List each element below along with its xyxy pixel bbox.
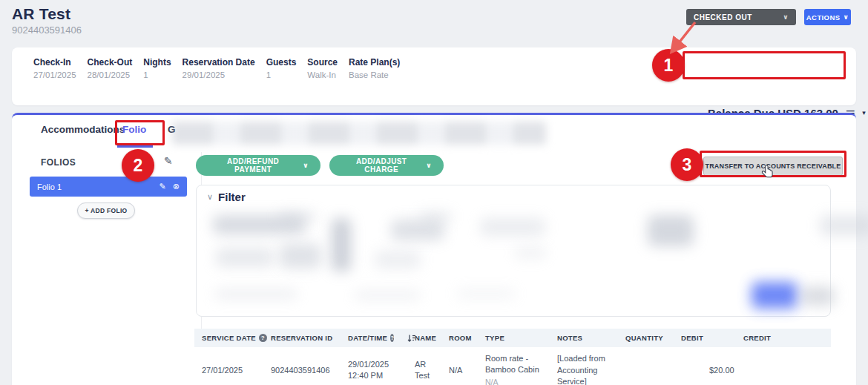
col-room: ROOM xyxy=(449,334,485,342)
redacted-content xyxy=(375,251,421,269)
folios-heading: FOLIOS xyxy=(41,157,76,168)
redacted-content xyxy=(280,243,321,269)
reservation-page: AR Test 9024403591406 CHECKED OUT ∨ ACTI… xyxy=(0,0,868,385)
help-icon[interactable]: ? xyxy=(259,334,267,342)
table-row: 27/01/2025 9024403591406 29/01/2025 12:4… xyxy=(194,347,831,385)
folio-charges-table: SERVICE DATE ? RESERVATION ID DATE/TIME … xyxy=(194,329,831,385)
redacted-content xyxy=(391,220,444,240)
col-date-time: DATE/TIME ? xyxy=(348,334,415,343)
redacted-content xyxy=(354,291,421,300)
actions-label: ACTIONS xyxy=(806,13,841,22)
col-reservation-id: RESERVATION ID xyxy=(271,334,348,342)
col-service-date: SERVICE DATE ? xyxy=(202,334,271,342)
filter-panel: ∨ Filter xyxy=(196,185,831,317)
edit-icon[interactable]: ✎ xyxy=(164,155,173,167)
cell-date-time: 29/01/2025 12:40 PM xyxy=(348,359,415,382)
col-name: NAME xyxy=(415,334,449,342)
summary-field-check-in: Check-In 27/01/2025 xyxy=(33,57,76,79)
summary-field-source: Source Walk-In xyxy=(307,57,338,79)
table-header-row: SERVICE DATE ? RESERVATION ID DATE/TIME … xyxy=(194,329,831,347)
summary-field-check-out: Check-Out 28/01/2025 xyxy=(88,57,133,79)
folio-list-item[interactable]: Folio 1 ✎ ⊗ xyxy=(30,177,187,197)
col-credit: CREDIT xyxy=(743,334,831,342)
redacted-content xyxy=(456,289,516,298)
status-dropdown[interactable]: CHECKED OUT ∨ xyxy=(686,9,796,25)
active-tab-underline xyxy=(117,145,153,148)
folio-name: Folio 1 xyxy=(37,182,62,191)
redacted-tabs-region xyxy=(172,122,546,145)
cell-room: N/A xyxy=(449,365,485,376)
redacted-primary-button xyxy=(752,282,798,309)
chevron-down-icon: ∨ xyxy=(843,13,849,21)
cell-type-sub: N/A xyxy=(485,377,550,385)
filter-toggle[interactable]: ∨ Filter xyxy=(207,191,246,203)
summary-field-rate-plans: Rate Plan(s) Base Rate xyxy=(349,57,400,79)
chevron-down-icon: ∨ xyxy=(783,13,789,21)
cell-name: AR Test xyxy=(415,359,449,382)
redacted-content xyxy=(332,218,351,272)
redacted-content xyxy=(419,212,452,221)
cell-service-date: 27/01/2025 xyxy=(202,365,271,376)
redacted-content xyxy=(216,248,274,267)
status-label: CHECKED OUT xyxy=(694,13,752,22)
help-icon[interactable]: ? xyxy=(390,334,394,342)
tab-folio[interactable]: Folio xyxy=(122,124,146,135)
col-quantity: QUANTITY xyxy=(625,334,681,342)
summary-field-guests: Guests 1 xyxy=(266,57,297,79)
add-refund-payment-button[interactable]: ADD/REFUND PAYMENT ∨ xyxy=(196,155,320,176)
cell-notes: [Loaded from Accounting Service] xyxy=(557,353,625,385)
annotation-step-3: 3 xyxy=(671,148,703,181)
redacted-content xyxy=(514,248,547,258)
cell-reservation-id: 9024403591406 xyxy=(271,365,348,376)
reservation-id-subtitle: 9024403591406 xyxy=(12,24,82,36)
chevron-down-icon: ∨ xyxy=(207,192,213,202)
transfer-to-accounts-receivable-button[interactable]: TRANSFER TO ACCOUNTS RECEIVABLE xyxy=(703,157,843,176)
redacted-content xyxy=(278,212,317,221)
edit-icon[interactable]: ✎ xyxy=(160,182,166,191)
actions-button[interactable]: ACTIONS ∨ xyxy=(804,9,851,25)
tab-accommodations[interactable]: Accommodations xyxy=(41,124,125,135)
add-adjust-charge-button[interactable]: ADD/ADJUST CHARGE ∨ xyxy=(329,155,444,176)
summary-fields: Check-In 27/01/2025 Check-Out 28/01/2025… xyxy=(33,57,400,79)
col-type: TYPE xyxy=(485,334,557,342)
annotation-step-1: 1 xyxy=(652,49,685,82)
summary-field-nights: Nights 1 xyxy=(143,57,171,79)
page-title: AR Test xyxy=(12,5,70,23)
add-folio-button[interactable]: + ADD FOLIO xyxy=(77,203,135,219)
annotation-step-2: 2 xyxy=(122,149,154,182)
col-notes: NOTES xyxy=(557,334,625,342)
redacted-content xyxy=(820,215,868,236)
col-debit: DEBIT xyxy=(681,334,743,342)
redacted-content xyxy=(648,215,694,246)
caret-down-icon: ▾ xyxy=(862,109,866,116)
reservation-summary-card: Check-In 27/01/2025 Check-Out 28/01/2025… xyxy=(12,47,856,105)
redacted-secondary-button xyxy=(800,286,835,306)
filter-title: Filter xyxy=(218,191,246,203)
cell-type: Room rate - Bamboo Cabin N/A xyxy=(485,353,557,385)
chevron-down-icon: ∨ xyxy=(426,162,432,169)
redacted-content xyxy=(214,289,297,299)
redacted-content xyxy=(480,218,545,236)
remove-icon[interactable]: ⊗ xyxy=(173,182,180,191)
summary-field-reservation-date: Reservation Date 29/01/2025 xyxy=(183,57,255,79)
cell-debit: $20.00 xyxy=(681,365,743,376)
chevron-down-icon: ∨ xyxy=(303,162,309,169)
